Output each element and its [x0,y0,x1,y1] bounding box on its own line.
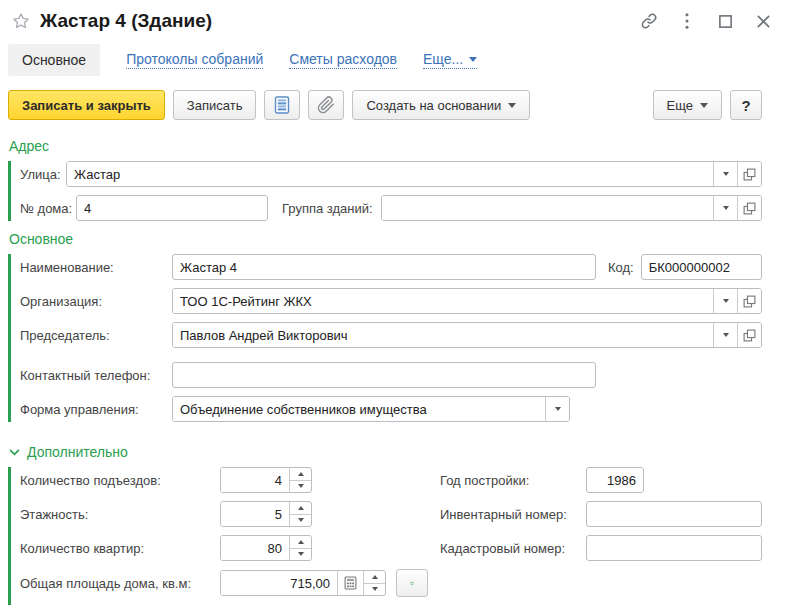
entrances-input[interactable] [221,468,289,492]
paperclip-icon [317,96,335,114]
build-year-input[interactable] [586,467,644,493]
chairman-dropdown-button[interactable] [713,323,737,347]
building-group-open-button[interactable] [737,196,761,220]
organization-input[interactable] [173,289,713,313]
total-area-field-group [220,570,386,596]
help-button[interactable]: ? [730,90,762,120]
management-form-field-group [172,396,570,422]
floors-field-group [220,501,312,527]
entrances-spinner[interactable] [289,468,311,492]
code-input[interactable] [641,254,762,280]
chevron-down-icon [508,103,516,108]
open-form-icon [743,295,756,308]
chairman-open-button[interactable] [737,323,761,347]
chevron-down-icon [9,449,20,456]
section-toggle-additional[interactable]: Дополнительно [9,444,128,460]
entrances-field-group [220,467,312,493]
window-header: Жастар 4 (Здание) [0,0,786,36]
field-row-chairman: Председатель: [20,322,762,348]
field-row-floors: Этажность: [20,501,440,527]
field-row-house: № дома: Группа зданий: [20,195,762,221]
phone-input[interactable] [172,362,596,388]
create-based-on-label: Создать на основании [366,98,501,113]
total-area-input[interactable] [221,571,337,595]
street-field-group [66,161,762,187]
section-title-address: Адрес [9,138,786,154]
organization-field-group [172,288,762,314]
structure-list-icon [274,96,290,114]
section-additional: Количество подъездов: Этажность: Количес… [8,467,762,605]
tab-main[interactable]: Основное [8,44,100,76]
apartments-field-group [220,535,312,561]
field-row-phone: Контактный телефон: [20,362,762,388]
inventory-number-input[interactable] [586,501,762,527]
cadastre-number-label: Кадастровый номер: [440,541,586,556]
open-form-icon [743,168,756,181]
save-button[interactable]: Записать [173,90,257,120]
apartments-input[interactable] [221,536,289,560]
chairman-field-group [172,322,762,348]
page-title: Жастар 4 (Здание) [40,10,640,32]
section-title-main: Основное [9,231,786,247]
create-based-on-button[interactable]: Создать на основании [352,90,530,120]
floors-spinner[interactable] [289,502,311,526]
building-group-dropdown-button[interactable] [713,196,737,220]
field-row-organization: Организация: [20,288,762,314]
name-input[interactable] [172,254,596,280]
tab-protocols[interactable]: Протоколы собраний [126,51,263,69]
name-label: Наименование: [20,260,172,275]
total-area-label: Общая площадь дома, кв.м: [20,576,220,591]
attachments-button[interactable] [308,90,344,120]
street-dropdown-button[interactable] [713,162,737,186]
tab-more[interactable]: Еще... [423,51,477,69]
total-area-calculator-button[interactable] [337,571,363,595]
management-form-label: Форма управления: [20,402,172,417]
related-documents-button[interactable] [264,90,300,120]
section-address: Улица: № дома: Группа зданий: [8,161,762,221]
recalculate-area-button[interactable] [396,569,428,597]
apartments-spinner[interactable] [289,536,311,560]
entrances-label: Количество подъездов: [20,473,220,488]
code-label: Код: [608,260,634,275]
total-area-spinner[interactable] [363,571,385,595]
build-year-label: Год постройки: [440,473,586,488]
chairman-input[interactable] [173,323,713,347]
field-row-street: Улица: [20,161,762,187]
management-form-input[interactable] [173,397,545,421]
field-row-apartments: Количество квартир: [20,535,440,561]
chevron-down-icon [700,103,708,108]
save-and-close-button[interactable]: Записать и закрыть [8,90,165,120]
floors-input[interactable] [221,502,289,526]
organization-label: Организация: [20,294,172,309]
open-form-icon [743,329,756,342]
close-icon[interactable] [754,12,772,30]
cadastre-number-input[interactable] [586,535,762,561]
more-button-label: Еще [667,98,693,113]
section-main: Наименование: Код: Организация: Председа… [8,254,762,422]
field-row-name: Наименование: Код: [20,254,762,280]
inventory-number-label: Инвентарный номер: [440,507,586,522]
house-number-input[interactable] [76,195,268,221]
organization-open-button[interactable] [737,289,761,313]
open-form-icon [743,202,756,215]
refresh-icon [410,575,414,592]
organization-dropdown-button[interactable] [713,289,737,313]
field-row-management-form: Форма управления: [20,396,762,422]
kebab-menu-icon[interactable] [678,12,696,30]
chevron-down-icon [469,57,477,62]
street-input[interactable] [67,162,713,186]
building-group-input[interactable] [382,196,713,220]
tab-estimates[interactable]: Сметы расходов [289,51,397,69]
maximize-icon[interactable] [716,12,734,30]
phone-label: Контактный телефон: [20,368,172,383]
favorite-star-icon[interactable] [10,10,32,32]
street-open-button[interactable] [737,162,761,186]
street-label: Улица: [20,167,66,182]
more-button[interactable]: Еще [653,90,722,120]
link-icon[interactable] [640,12,658,30]
apartments-label: Количество квартир: [20,541,220,556]
toolbar: Записать и закрыть Записать Создать на о… [0,82,786,128]
building-group-label: Группа зданий: [282,201,373,216]
tab-more-label: Еще... [423,51,463,67]
management-form-dropdown-button[interactable] [545,397,569,421]
